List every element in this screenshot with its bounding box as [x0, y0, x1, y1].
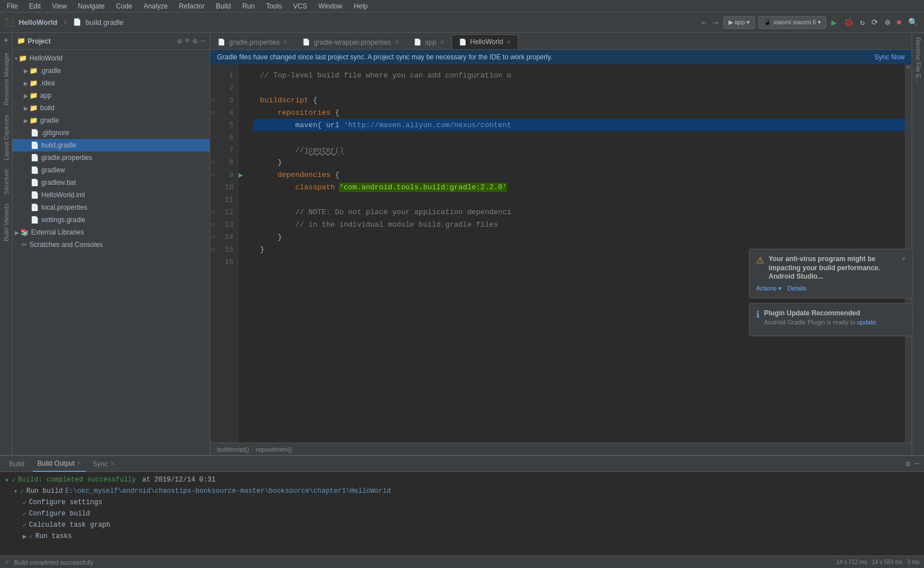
fold-marker-3[interactable]: ◻: [211, 97, 215, 103]
build-output-tab[interactable]: Build Output ✕: [33, 456, 86, 472]
run-tasks-expand-icon[interactable]: ▶: [23, 532, 27, 541]
tree-item-gradle-properties[interactable]: 📄 gradle.properties: [12, 151, 210, 164]
menu-vcs[interactable]: VCS: [291, 1, 310, 11]
tree-item-settings-gradle[interactable]: 📄 settings.gradle: [12, 214, 210, 226]
resource-manager-tab[interactable]: Resource Manager: [1, 48, 11, 110]
menu-refactor[interactable]: Refactor: [177, 1, 207, 11]
breadcrumb-part1[interactable]: buildscript{}: [217, 446, 249, 453]
fold-marker-4[interactable]: ◻: [211, 109, 215, 116]
menu-file[interactable]: File: [5, 1, 20, 11]
tree-item-helloworld-iml[interactable]: 📄 HelloWorld.iml: [12, 189, 210, 201]
refresh-btn[interactable]: ↻: [858, 16, 866, 29]
menu-code[interactable]: Code: [114, 1, 135, 11]
tab-close-wrapper[interactable]: ✕: [394, 39, 399, 45]
code-text: jcenter(): [304, 146, 344, 154]
fold-marker-14[interactable]: ◻: [211, 233, 215, 240]
tree-item-idea[interactable]: ▶ 📁 .idea: [12, 77, 210, 89]
tree-item-label: External Libraries: [31, 228, 84, 236]
search-btn[interactable]: 🔍: [906, 16, 919, 29]
tree-item-gradlew[interactable]: 📄 gradlew: [12, 164, 210, 176]
tree-item-gradle-folder[interactable]: ▶ 📁 gradle: [12, 114, 210, 127]
code-text: {: [331, 171, 340, 179]
tree-item-helloworld[interactable]: ▾ 📁 HelloWorld: [12, 52, 210, 64]
gutter-4: [238, 106, 253, 119]
fold-marker-12[interactable]: ◻: [211, 209, 215, 215]
favorites-tab[interactable]: ★: [1, 33, 11, 48]
menu-help[interactable]: Help: [352, 1, 370, 11]
menu-navigate[interactable]: Navigate: [76, 1, 107, 11]
tab-gradle-properties[interactable]: 📄 gradle.properties ✕: [210, 34, 295, 49]
menu-tools[interactable]: Tools: [264, 1, 284, 11]
sidebar-settings-icon[interactable]: ⚙: [177, 37, 182, 46]
details-button[interactable]: Details: [787, 285, 806, 292]
forward-btn[interactable]: →: [712, 16, 719, 29]
code-text: [260, 208, 295, 216]
sidebar-gear-icon[interactable]: ≡: [185, 37, 190, 46]
tab-close-app[interactable]: ✕: [440, 39, 444, 45]
scroll-thumb[interactable]: [906, 66, 910, 69]
layout-captures-tab[interactable]: Layout Captures: [1, 110, 11, 165]
tree-item-build-gradle[interactable]: 📄 build.gradle: [12, 139, 210, 151]
tree-item-build[interactable]: ▶ 📁 build: [12, 102, 210, 114]
build-output-close[interactable]: ✕: [77, 460, 81, 466]
fold-marker-9[interactable]: ◻: [211, 171, 215, 178]
tab-gradle-wrapper[interactable]: 📄 gradle-wrapper.properties ✕: [295, 34, 406, 49]
notif-title: Your anti-virus program might be impacti…: [769, 255, 897, 281]
gutter-9[interactable]: ▶: [238, 168, 253, 181]
build-status-text: Build: completed successfully: [18, 476, 136, 484]
debug-btn[interactable]: 🐞: [842, 16, 855, 29]
menu-build[interactable]: Build: [214, 1, 233, 11]
expand-icon: ▶: [24, 93, 28, 99]
sync-tab[interactable]: Sync ✕: [88, 456, 119, 472]
menu-edit[interactable]: Edit: [27, 1, 43, 11]
sidebar-close-icon[interactable]: —: [201, 37, 205, 46]
tree-item-gradlew-bat[interactable]: 📄 gradlew.bat: [12, 176, 210, 189]
menu-view[interactable]: View: [50, 1, 69, 11]
fold-marker-15[interactable]: ◻: [211, 246, 215, 253]
sync-close[interactable]: ✕: [110, 461, 115, 467]
tab-helloworld[interactable]: 📄 HelloWorld ✕: [452, 34, 518, 49]
menu-window[interactable]: Window: [316, 1, 345, 11]
tree-item-gitignore[interactable]: 📄 .gitignore: [12, 127, 210, 139]
gradle-icon: 📄: [31, 216, 39, 224]
tab-app[interactable]: 📄 app ✕: [406, 34, 452, 49]
structure-tab[interactable]: Structure: [1, 164, 11, 199]
actions-button[interactable]: Actions ▾: [756, 285, 782, 292]
menu-analyze[interactable]: Analyze: [141, 1, 170, 11]
build-label-tab[interactable]: Build:: [5, 456, 31, 472]
tab-close-gradle-properties[interactable]: ✕: [283, 39, 288, 45]
run-arrow-icon[interactable]: ▶: [238, 170, 243, 180]
tree-item-app[interactable]: ▶ 📁 app: [12, 89, 210, 102]
bottom-minimize-icon[interactable]: —: [915, 459, 919, 469]
build-line-status: ▾ ✓ Build: completed successfully at 201…: [5, 474, 919, 485]
tree-item-local-properties[interactable]: 📄 local.properties: [12, 201, 210, 214]
build-variants-tab[interactable]: Build Variants: [1, 199, 11, 246]
reverse-file-tab[interactable]: Reverse File E...: [913, 33, 923, 88]
properties-icon: 📄: [31, 203, 39, 211]
back-btn[interactable]: ←: [700, 16, 708, 29]
sync-btn[interactable]: ⟳: [870, 16, 880, 29]
notif-chevron-icon[interactable]: ▾: [902, 255, 905, 263]
device-dropdown[interactable]: 📱 xiaomi xiaomi 6 ▾: [758, 16, 826, 29]
update-link[interactable]: update.: [857, 319, 878, 326]
settings-icon[interactable]: ⚙: [883, 16, 891, 29]
menu-bar: // Menu items rendered inline File Edit …: [0, 0, 924, 12]
sidebar-settings2-icon[interactable]: ⚙: [193, 37, 197, 46]
fold-marker-8[interactable]: ◻: [211, 159, 215, 166]
menu-run[interactable]: Run: [240, 1, 257, 11]
stop-btn[interactable]: ■: [895, 16, 903, 29]
breadcrumb-part2[interactable]: repositories{}: [256, 446, 292, 453]
tree-item-external-libs[interactable]: ▶ 📚 External Libraries: [12, 226, 210, 239]
fold-marker-13[interactable]: ◻: [211, 221, 215, 228]
run-expand-icon[interactable]: ▾: [14, 487, 18, 496]
build-expand-icon[interactable]: ▾: [5, 475, 9, 485]
run-btn[interactable]: ▶: [830, 15, 839, 30]
notif-body2: Android Gradle Plugin is ready to update…: [764, 318, 905, 327]
tab-close-helloworld[interactable]: ✕: [506, 39, 511, 45]
app-dropdown[interactable]: ▶ app ▾: [723, 16, 755, 29]
code-line-2: [253, 81, 905, 94]
sync-now-button[interactable]: Sync Now: [874, 53, 905, 61]
tree-item-scratches[interactable]: ✏ Scratches and Consoles: [12, 239, 210, 251]
bottom-settings-icon[interactable]: ⚙: [905, 459, 910, 469]
tree-item-gradle[interactable]: ▶ 📁 .gradle: [12, 64, 210, 77]
